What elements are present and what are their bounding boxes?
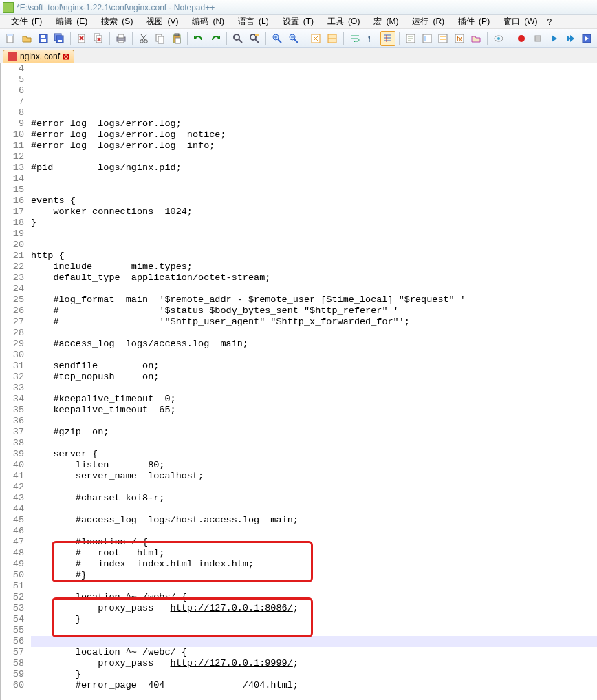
- code-content[interactable]: #error_log logs/error.log;#error_log log…: [31, 63, 597, 700]
- code-line[interactable]: #location / {: [31, 537, 597, 548]
- code-line[interactable]: [31, 107, 597, 118]
- code-line[interactable]: [31, 625, 597, 636]
- code-line[interactable]: [31, 438, 597, 449]
- code-line[interactable]: [31, 184, 597, 195]
- close-all-icon[interactable]: [91, 31, 106, 46]
- code-line[interactable]: #error_page 404 /404.html;: [31, 680, 597, 691]
- code-line[interactable]: #error_log logs/error.log info;: [31, 140, 597, 151]
- show-all-chars-icon[interactable]: ¶: [364, 31, 379, 46]
- replace-icon[interactable]: [247, 31, 262, 46]
- editor-area[interactable]: 4567891011121314151617181920212223242526…: [0, 63, 597, 700]
- url-link[interactable]: http://127.0.0.1:8086/: [171, 603, 293, 613]
- doc-list-icon[interactable]: [435, 31, 451, 46]
- code-line[interactable]: [31, 240, 597, 251]
- play-macro-icon[interactable]: [546, 31, 561, 46]
- code-line[interactable]: [31, 151, 597, 162]
- code-line[interactable]: [31, 383, 597, 394]
- menu-tools[interactable]: 工具(O): [319, 15, 364, 28]
- tab-active[interactable]: nginx. conf ⊠: [3, 50, 74, 63]
- code-line[interactable]: #pid logs/nginx.pid;: [31, 162, 597, 173]
- record-macro-icon[interactable]: [514, 31, 529, 46]
- tab-close-icon[interactable]: ⊠: [63, 52, 69, 61]
- code-line[interactable]: http {: [31, 251, 597, 262]
- code-line[interactable]: #}: [31, 570, 597, 581]
- menu-plugins[interactable]: 插件(P): [450, 15, 494, 28]
- code-line[interactable]: [31, 636, 597, 647]
- code-line[interactable]: [31, 416, 597, 427]
- code-line[interactable]: # '$status $body_bytes_sent "$http_refer…: [31, 306, 597, 317]
- code-line[interactable]: #gzip on;: [31, 427, 597, 438]
- code-line[interactable]: #log_format main '$remote_addr - $remote…: [31, 295, 597, 306]
- undo-icon[interactable]: [191, 31, 206, 46]
- code-line[interactable]: [31, 504, 597, 515]
- code-line[interactable]: #error_log logs/error.log;: [31, 118, 597, 129]
- code-line[interactable]: [31, 328, 597, 339]
- save-icon[interactable]: [36, 31, 51, 46]
- save-all-icon[interactable]: [52, 31, 67, 46]
- sync-v-icon[interactable]: [309, 31, 324, 46]
- menu-settings[interactable]: 设置(T): [274, 15, 318, 28]
- code-line[interactable]: [31, 691, 597, 700]
- code-line[interactable]: #keepalive_timeout 0;: [31, 394, 597, 405]
- open-file-icon[interactable]: [19, 31, 34, 46]
- code-line[interactable]: keepalive_timeout 65;: [31, 405, 597, 416]
- code-line[interactable]: [31, 350, 597, 361]
- code-line[interactable]: default_type application/octet-stream;: [31, 273, 597, 284]
- menu-view[interactable]: 视图(V): [138, 15, 182, 28]
- menu-edit[interactable]: 编辑(E): [47, 15, 91, 28]
- code-line[interactable]: include mime.types;: [31, 262, 597, 273]
- zoom-in-icon[interactable]: [270, 31, 285, 46]
- function-list-icon[interactable]: fx: [452, 31, 467, 46]
- cut-icon[interactable]: [136, 31, 151, 46]
- paste-icon[interactable]: [169, 31, 184, 46]
- code-line[interactable]: proxy_pass http://127.0.0.1:9999/;: [31, 658, 597, 669]
- code-line[interactable]: server_name localhost;: [31, 471, 597, 482]
- code-line[interactable]: [31, 229, 597, 240]
- menu-language[interactable]: 语言(L): [230, 15, 273, 28]
- code-line[interactable]: sendfile on;: [31, 361, 597, 372]
- code-line[interactable]: [31, 581, 597, 592]
- code-line[interactable]: # '"$http_user_agent" "$http_x_forwarded…: [31, 317, 597, 328]
- menu-macro[interactable]: 宏(M): [365, 15, 402, 28]
- zoom-out-icon[interactable]: [286, 31, 301, 46]
- code-line[interactable]: # root html;: [31, 548, 597, 559]
- code-line[interactable]: [31, 526, 597, 537]
- udl-icon[interactable]: [403, 31, 418, 46]
- sync-h-icon[interactable]: [325, 31, 340, 46]
- code-line[interactable]: [31, 173, 597, 184]
- code-line[interactable]: listen 80;: [31, 460, 597, 471]
- code-line[interactable]: # index index.html index.htm;: [31, 559, 597, 570]
- code-line[interactable]: }: [31, 218, 597, 229]
- play-multiple-icon[interactable]: [563, 31, 578, 46]
- code-line[interactable]: }: [31, 614, 597, 625]
- stop-macro-icon[interactable]: [530, 31, 545, 46]
- indent-guide-icon[interactable]: [380, 31, 395, 46]
- print-icon[interactable]: [113, 31, 129, 46]
- code-line[interactable]: #access_log logs/access.log main;: [31, 339, 597, 350]
- code-line[interactable]: proxy_pass http://127.0.0.1:8086/;: [31, 603, 597, 614]
- code-line[interactable]: #tcp_nopush on;: [31, 372, 597, 383]
- close-file-icon[interactable]: [74, 31, 89, 46]
- menu-run[interactable]: 运行(R): [404, 15, 448, 28]
- code-line[interactable]: location ^~ /webc/ {: [31, 647, 597, 658]
- menu-file[interactable]: 文件(F): [3, 15, 46, 28]
- new-file-icon[interactable]: [3, 31, 18, 46]
- save-macro-icon[interactable]: [579, 31, 594, 46]
- menu-encoding[interactable]: 编码(N): [184, 15, 228, 28]
- copy-icon[interactable]: [153, 31, 168, 46]
- code-line[interactable]: events {: [31, 195, 597, 206]
- menu-window[interactable]: 窗口(W): [495, 15, 541, 28]
- code-line[interactable]: #charset koi8-r;: [31, 493, 597, 504]
- find-icon[interactable]: [230, 31, 246, 46]
- code-line[interactable]: [31, 482, 597, 493]
- code-line[interactable]: worker_connections 1024;: [31, 206, 597, 218]
- menu-help[interactable]: ?: [543, 17, 556, 28]
- redo-icon[interactable]: [208, 31, 223, 46]
- folder-as-workspace-icon[interactable]: [468, 31, 484, 46]
- url-link[interactable]: http://127.0.0.1:9999/: [171, 658, 293, 668]
- code-line[interactable]: server {: [31, 449, 597, 460]
- code-line[interactable]: location ^~ /webs/ {: [31, 592, 597, 603]
- wordwrap-icon[interactable]: [347, 31, 362, 46]
- code-line[interactable]: #error_log logs/error.log notice;: [31, 129, 597, 140]
- monitor-icon[interactable]: [491, 31, 506, 46]
